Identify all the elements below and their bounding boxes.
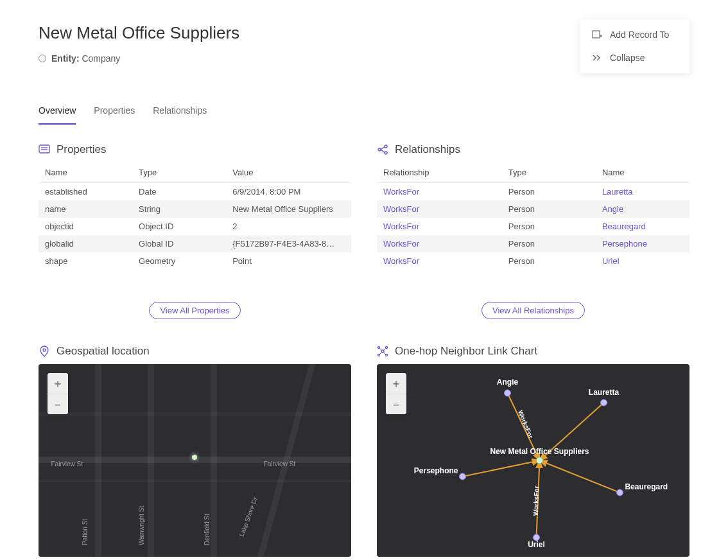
table-row: WorksFor Person Persephone [377,235,689,252]
add-record-label: Add Record To [610,30,669,40]
prop-name: shape [39,252,132,270]
page-title: New Metal Office Suppliers [39,23,239,43]
relationships-table: Relationship Type Name WorksFor Person L… [377,162,689,270]
link-chart-panel: One-hop Neighbor Link Chart ＋ － [377,345,689,557]
table-row: objectid Object ID 2 [39,218,351,235]
rel-type: Person [502,218,596,235]
properties-table: Name Type Value established Date 6/9/201… [39,162,351,270]
tab-properties[interactable]: Properties [94,100,135,125]
map-pin-icon [39,346,50,357]
geospatial-panel: Geospatial location Fairview St Fairview… [39,345,351,557]
entity-type-line: Entity: Company [39,53,239,64]
relationships-panel: Relationships Relationship Type Name Wor… [377,143,689,319]
street-label: Denfield St [204,514,211,545]
prop-name: established [39,183,132,201]
node-label: Persephone [414,466,458,475]
relationship-link[interactable]: WorksFor [383,239,419,249]
related-name-link[interactable]: Angie [602,204,623,214]
zoom-out-button[interactable]: － [48,394,68,414]
center-node-label: New Metal Office Suppliers [490,447,589,456]
view-all-properties-button[interactable]: View All Properties [149,302,240,319]
node-label: Uriel [528,540,545,549]
table-row: WorksFor Person Lauretta [377,183,689,201]
svg-point-6 [378,148,381,151]
svg-line-24 [540,460,620,493]
relationships-icon [377,144,388,155]
chevron-double-right-icon [592,53,602,63]
tab-relationships[interactable]: Relationships [153,100,207,125]
street-label: Patton St [82,519,89,545]
properties-panel: Properties Name Type Value established D… [39,143,351,319]
relationship-link[interactable]: WorksFor [383,222,419,231]
svg-rect-0 [593,31,600,38]
edge-label: WorksFor [532,486,541,516]
rel-type: Person [502,200,596,218]
prop-type: String [132,200,226,218]
svg-line-20 [383,352,386,354]
svg-point-8 [385,152,387,154]
relationship-link[interactable]: WorksFor [383,256,419,266]
related-name-link[interactable]: Lauretta [602,187,633,197]
edge-label: WorksFor [517,409,535,439]
rel-type: Person [502,235,596,252]
zoom-in-button[interactable]: ＋ [386,373,406,394]
col-type: Type [132,162,226,183]
svg-point-32 [460,473,466,480]
street-label: Wainwright St [138,506,145,545]
tab-overview[interactable]: Overview [39,100,76,125]
add-record-to-button[interactable]: Add Record To [580,23,689,46]
svg-line-19 [379,352,382,354]
link-chart-title: One-hop Neighbor Link Chart [395,345,537,358]
street-label: Lake Shore Dr [238,496,259,538]
view-all-relationships-button[interactable]: View All Relationships [481,302,585,319]
table-row: name String New Metal Office Suppliers [39,200,351,218]
node-label: Beauregard [625,482,668,491]
related-name-link[interactable]: Persephone [602,239,647,249]
svg-rect-3 [39,145,49,153]
link-chart-view[interactable]: ＋ － [377,364,689,557]
col-value: Value [226,162,351,183]
map-point [192,455,197,460]
link-chart-icon [377,346,388,357]
prop-type: Object ID [132,218,226,235]
prop-name: objectid [39,218,132,235]
table-row: WorksFor Person Angie [377,200,689,218]
relationship-link[interactable]: WorksFor [383,204,419,214]
node-label: Lauretta [589,388,620,397]
relationships-title: Relationships [395,143,460,156]
svg-line-18 [383,348,386,351]
action-menu: Add Record To Collapse [580,19,689,73]
zoom-out-button[interactable]: － [386,394,406,414]
prop-name: name [39,200,132,218]
svg-point-28 [505,390,511,396]
related-name-link[interactable]: Beauregard [602,222,646,231]
chart-zoom-control: ＋ － [386,373,406,414]
svg-point-11 [43,349,46,351]
collapse-label: Collapse [610,53,645,63]
prop-name: globalid [39,235,132,252]
svg-line-17 [379,348,382,351]
svg-point-29 [601,399,607,406]
prop-type: Geometry [132,252,226,270]
entity-label: Entity: [51,53,80,64]
prop-value: 6/9/2014, 8:00 PM [226,183,351,201]
entity-dot-icon [39,55,46,62]
col-type: Type [502,162,596,183]
zoom-in-button[interactable]: ＋ [48,373,68,394]
prop-value: Point [226,252,351,270]
properties-title: Properties [56,143,106,156]
collapse-button[interactable]: Collapse [580,46,689,69]
svg-line-9 [381,147,385,150]
map-view[interactable]: Fairview St Fairview St Patton St Wainwr… [39,364,351,557]
related-name-link[interactable]: Uriel [602,256,620,266]
node-label: Angie [497,378,519,387]
relationship-link[interactable]: WorksFor [383,187,419,197]
rel-type: Person [502,252,596,270]
svg-line-10 [381,150,385,153]
svg-point-7 [385,145,387,148]
prop-type: Global ID [132,235,226,252]
col-name: Name [596,162,689,183]
link-chart-svg: New Metal Office Suppliers Angie Laurett… [377,364,689,557]
prop-value: New Metal Office Suppliers [226,200,351,218]
svg-point-27 [537,457,543,464]
